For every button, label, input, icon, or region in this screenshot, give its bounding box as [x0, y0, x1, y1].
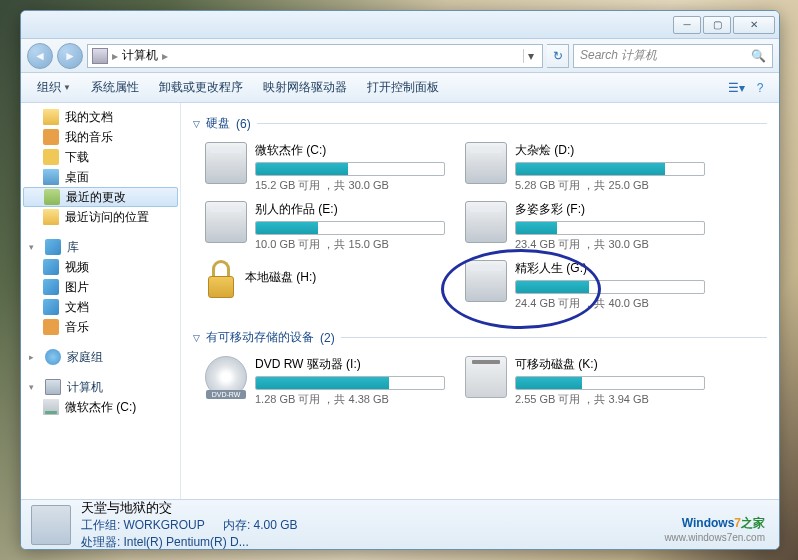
drive-item[interactable]: 可移动磁盘 (K:)2.55 GB 可用 ，共 3.94 GB	[465, 356, 705, 407]
sidebar-item-pictures[interactable]: 图片	[21, 277, 180, 297]
breadcrumb-sep-icon: ▸	[112, 49, 118, 63]
computer-large-icon	[31, 505, 71, 545]
places-icon	[43, 209, 59, 225]
drive-name: 大杂烩 (D:)	[515, 142, 705, 159]
back-button[interactable]: ◄	[27, 43, 53, 69]
drive-icon	[43, 399, 59, 415]
drive-item[interactable]: 微软杰作 (C:)15.2 GB 可用 ，共 30.0 GB	[205, 142, 445, 193]
download-icon	[43, 149, 59, 165]
minimize-button[interactable]: ─	[673, 16, 701, 34]
drive-stats: 23.4 GB 可用 ，共 30.0 GB	[515, 237, 705, 252]
sidebar-libraries-header[interactable]: ▾库	[21, 237, 180, 257]
computer-icon	[45, 379, 61, 395]
group-header-hdd[interactable]: ▽ 硬盘 (6)	[193, 111, 767, 136]
expand-icon[interactable]: ▾	[29, 382, 39, 392]
drive-item[interactable]: 大杂烩 (D:)5.28 GB 可用 ，共 25.0 GB	[465, 142, 705, 193]
drive-item[interactable]: 别人的作品 (E:)10.0 GB 可用 ，共 15.0 GB	[205, 201, 445, 252]
drive-capacity-bar	[255, 162, 445, 176]
drive-capacity-bar	[515, 280, 705, 294]
search-placeholder: Search 计算机	[580, 47, 657, 64]
details-pane: 天堂与地狱的交 工作组: WORKGROUP 内存: 4.00 GB 处理器: …	[21, 499, 779, 549]
titlebar: ─ ▢ ✕	[21, 11, 779, 39]
drive-item[interactable]: DVD RW 驱动器 (I:)1.28 GB 可用 ，共 4.38 GB	[205, 356, 445, 407]
organize-menu[interactable]: 组织▼	[29, 75, 79, 100]
drive-stats: 24.4 GB 可用 ，共 40.0 GB	[515, 296, 705, 311]
breadcrumb-sep-icon: ▸	[162, 49, 168, 63]
recent-icon	[44, 189, 60, 205]
desktop-icon	[43, 169, 59, 185]
address-bar[interactable]: ▸ 计算机 ▸ ▾	[87, 44, 543, 68]
drive-stats: 5.28 GB 可用 ，共 25.0 GB	[515, 178, 705, 193]
homegroup-icon	[45, 349, 61, 365]
refresh-button[interactable]: ↻	[547, 44, 569, 68]
computer-icon	[92, 48, 108, 64]
drive-icon	[465, 260, 507, 302]
picture-icon	[43, 279, 59, 295]
control-panel-button[interactable]: 打开控制面板	[359, 75, 447, 100]
drive-item[interactable]: 精彩人生 (G:)24.4 GB 可用 ，共 40.0 GB	[465, 260, 705, 311]
drive-stats: 1.28 GB 可用 ，共 4.38 GB	[255, 392, 445, 407]
explorer-window: ─ ▢ ✕ ◄ ► ▸ 计算机 ▸ ▾ ↻ Search 计算机 🔍 组织▼ 系…	[20, 10, 780, 550]
music-icon	[43, 129, 59, 145]
maximize-button[interactable]: ▢	[703, 16, 731, 34]
collapse-icon[interactable]: ▽	[193, 119, 200, 129]
watermark: Windows7之家 www.windows7en.com	[664, 511, 765, 543]
drive-name: 多姿多彩 (F:)	[515, 201, 705, 218]
drive-icon	[205, 201, 247, 243]
drive-icon	[205, 142, 247, 184]
sidebar-item-drive-c[interactable]: 微软杰作 (C:)	[21, 397, 180, 417]
close-button[interactable]: ✕	[733, 16, 775, 34]
system-properties-button[interactable]: 系统属性	[83, 75, 147, 100]
sidebar-item-docs[interactable]: 文档	[21, 297, 180, 317]
content-pane: ▽ 硬盘 (6) 微软杰作 (C:)15.2 GB 可用 ，共 30.0 GB大…	[181, 103, 779, 499]
navigation-pane: 我的文档 我的音乐 下载 桌面 最近的更改 最近访问的位置 ▾库 视频 图片 文…	[21, 103, 181, 499]
music-icon	[43, 319, 59, 335]
group-header-removable[interactable]: ▽ 有可移动存储的设备 (2)	[193, 325, 767, 350]
uninstall-button[interactable]: 卸载或更改程序	[151, 75, 251, 100]
help-icon[interactable]: ?	[749, 77, 771, 99]
sidebar-item-desktop[interactable]: 桌面	[21, 167, 180, 187]
status-computer-name: 天堂与地狱的交	[81, 499, 298, 517]
command-bar: 组织▼ 系统属性 卸载或更改程序 映射网络驱动器 打开控制面板 ☰▾ ?	[21, 73, 779, 103]
library-icon	[45, 239, 61, 255]
search-icon: 🔍	[751, 49, 766, 63]
sidebar-computer[interactable]: ▾计算机	[21, 377, 180, 397]
video-icon	[43, 259, 59, 275]
drive-icon	[465, 356, 507, 398]
drive-stats: 2.55 GB 可用 ，共 3.94 GB	[515, 392, 705, 407]
status-row: 工作组: WORKGROUP 内存: 4.00 GB	[81, 517, 298, 534]
expand-icon[interactable]: ▸	[29, 352, 39, 362]
search-input[interactable]: Search 计算机 🔍	[573, 44, 773, 68]
collapse-icon[interactable]: ▽	[193, 333, 200, 343]
drive-stats: 15.2 GB 可用 ，共 30.0 GB	[255, 178, 445, 193]
drive-item[interactable]: 多姿多彩 (F:)23.4 GB 可用 ，共 30.0 GB	[465, 201, 705, 252]
drive-capacity-bar	[515, 162, 705, 176]
map-drive-button[interactable]: 映射网络驱动器	[255, 75, 355, 100]
drive-capacity-bar	[255, 376, 445, 390]
drive-name: 精彩人生 (G:)	[515, 260, 705, 277]
sidebar-item-downloads[interactable]: 下载	[21, 147, 180, 167]
sidebar-item-recent-changes[interactable]: 最近的更改	[23, 187, 178, 207]
status-row: 处理器: Intel(R) Pentium(R) D...	[81, 534, 298, 551]
drive-name: DVD RW 驱动器 (I:)	[255, 356, 445, 373]
sidebar-item-recent-places[interactable]: 最近访问的位置	[21, 207, 180, 227]
drive-name: 微软杰作 (C:)	[255, 142, 445, 159]
forward-button[interactable]: ►	[57, 43, 83, 69]
folder-icon	[43, 109, 59, 125]
drive-name: 本地磁盘 (H:)	[245, 269, 316, 286]
expand-icon[interactable]: ▾	[29, 242, 39, 252]
sidebar-item-music[interactable]: 我的音乐	[21, 127, 180, 147]
sidebar-item-videos[interactable]: 视频	[21, 257, 180, 277]
view-menu-icon[interactable]: ☰▾	[725, 77, 747, 99]
drive-name: 别人的作品 (E:)	[255, 201, 445, 218]
breadcrumb-item[interactable]: 计算机	[122, 47, 158, 64]
address-dropdown-icon[interactable]: ▾	[523, 49, 538, 63]
drive-item-locked[interactable]: 本地磁盘 (H:)	[205, 260, 445, 311]
sidebar-item-libmusic[interactable]: 音乐	[21, 317, 180, 337]
document-icon	[43, 299, 59, 315]
sidebar-homegroup[interactable]: ▸家庭组	[21, 347, 180, 367]
drive-icon	[465, 142, 507, 184]
lock-icon	[205, 260, 237, 298]
sidebar-item-documents[interactable]: 我的文档	[21, 107, 180, 127]
drive-capacity-bar	[515, 376, 705, 390]
